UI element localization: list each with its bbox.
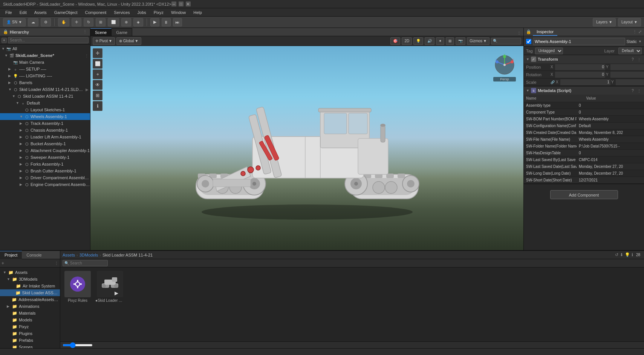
hierarchy-add-btn[interactable]: + bbox=[2, 38, 7, 43]
menu-pixyz[interactable]: Pixyz bbox=[151, 9, 167, 15]
tree-item-forks[interactable]: ▶ ⬡ Forks Assembly-1 bbox=[0, 161, 90, 168]
tree-item-layout-sketches[interactable]: ▶ ⬡ Layout Sketches-1 bbox=[0, 106, 90, 113]
tab-inspector[interactable]: Inspector bbox=[533, 28, 557, 36]
tree-plugins[interactable]: ▶ 📁 Plugins bbox=[0, 330, 60, 337]
tree-item-scene[interactable]: ▼ 🎬 SkidLoader_Scene* ⋮ bbox=[0, 52, 90, 59]
menu-file[interactable]: File bbox=[2, 9, 15, 15]
tree-assets[interactable]: ▼ 📁 Assets bbox=[0, 269, 60, 276]
comp-info-btn[interactable]: ? bbox=[630, 89, 635, 93]
position-x-input[interactable] bbox=[555, 64, 605, 70]
menu-assets[interactable]: Assets bbox=[31, 9, 50, 15]
pause-button[interactable]: ⏸ bbox=[162, 18, 171, 26]
scene-effects-btn[interactable]: ✦ bbox=[436, 37, 444, 45]
breadcrumb-3dmodels[interactable]: 3DModels bbox=[80, 253, 98, 257]
tool-scale[interactable]: ⊞ bbox=[96, 18, 106, 26]
scene-audio-btn[interactable]: 🔊 bbox=[425, 37, 434, 45]
tree-skid[interactable]: ▶ 📁 Skid Loader ASSM 11-4 bbox=[0, 289, 60, 296]
tool-custom[interactable]: ◈ bbox=[133, 18, 143, 26]
tree-air-intake[interactable]: ▶ 📁 Air Intake System bbox=[0, 283, 60, 289]
scale-y-input[interactable] bbox=[616, 79, 644, 85]
account-btn[interactable]: 👤 SN ▼ bbox=[3, 18, 26, 26]
scene-global-btn[interactable]: ⊕ Global ▼ bbox=[116, 37, 141, 45]
tool-grid[interactable]: ⊞ bbox=[93, 91, 102, 100]
thumbnail-size-slider[interactable] bbox=[63, 344, 93, 346]
tree-addressables[interactable]: ▶ 📁 AddressableAssetsData bbox=[0, 296, 60, 303]
play-button[interactable]: ▶ bbox=[150, 18, 159, 26]
tool-lasso[interactable]: ⌖ bbox=[93, 69, 102, 79]
tree-3dmodels[interactable]: ▼ 📁 3DModels bbox=[0, 276, 60, 283]
inspector-lock-icon[interactable]: 🔒 bbox=[526, 29, 531, 34]
tree-item-default[interactable]: ▼ ⬦ Default bbox=[0, 100, 90, 106]
tree-item-brush-cutter[interactable]: ▶ ⬡ Brush Cutter Assembly-1 bbox=[0, 168, 90, 174]
add-component-button[interactable]: Add Component bbox=[550, 190, 618, 199]
layout-dropdown[interactable]: Layout ▼ bbox=[618, 18, 641, 26]
scene-visibility-btn[interactable]: ⊞ bbox=[446, 37, 454, 45]
position-y-input[interactable] bbox=[610, 64, 644, 70]
comp-menu-btn[interactable]: ⋮ bbox=[636, 57, 642, 61]
tab-game[interactable]: Game bbox=[112, 28, 132, 36]
comp-menu-btn[interactable]: ⋮ bbox=[636, 89, 642, 93]
object-active-checkbox[interactable] bbox=[526, 39, 531, 44]
tree-scenes[interactable]: ▶ 📁 Scenes bbox=[0, 344, 60, 348]
add-folder-btn[interactable]: + bbox=[2, 261, 4, 266]
tab-scene[interactable]: Scene bbox=[90, 28, 112, 36]
tab-project[interactable]: Project bbox=[0, 251, 22, 259]
comp-info-btn[interactable]: ? bbox=[630, 57, 635, 61]
scene-search[interactable] bbox=[491, 38, 521, 45]
tree-item-skid[interactable]: ▼ ⬡ Skid Loader ASSM 11-4-21 bbox=[0, 93, 90, 100]
tool-cursor[interactable]: ✛ bbox=[93, 48, 102, 58]
hierarchy-menu-btn[interactable]: ⋮ bbox=[83, 29, 87, 34]
rotation-x-input[interactable] bbox=[555, 72, 605, 78]
tree-item-loader-lift[interactable]: ▶ ⬡ Loader Lift Arm Assembly-1 bbox=[0, 134, 90, 140]
menu-edit[interactable]: Edit bbox=[17, 9, 30, 15]
asset-import-btn[interactable]: ⬇ bbox=[620, 252, 623, 257]
scene-gizmo-btn[interactable]: Gizmos ▼ bbox=[467, 37, 490, 45]
maximize-button[interactable]: □ bbox=[179, 2, 184, 6]
menu-gameobject[interactable]: GameObject bbox=[51, 9, 81, 15]
tree-item-lighting[interactable]: ▶ 💡 ---- LIGHTING ---- bbox=[0, 72, 90, 79]
asset-item-skid-loader[interactable]: ●Skid Loader ASSM... bbox=[95, 270, 125, 304]
tree-item-maincamera[interactable]: ▶ 📷 Main Camera bbox=[0, 59, 90, 66]
tree-more-btn[interactable]: ⋮ bbox=[85, 54, 90, 58]
tree-item-barrels[interactable]: ▶ ⬡ Barrels bbox=[0, 79, 90, 86]
close-button[interactable]: ✕ bbox=[186, 2, 191, 6]
minimize-button[interactable]: ─ bbox=[171, 2, 176, 6]
layers-dropdown[interactable]: Layers ▼ bbox=[593, 18, 616, 26]
tool-combined[interactable]: ⊕ bbox=[121, 18, 131, 26]
tool-rect[interactable]: ⬜ bbox=[108, 18, 119, 26]
tree-more-btn[interactable]: ▶ bbox=[86, 88, 90, 92]
scale-x-input[interactable] bbox=[560, 79, 610, 85]
tree-item-all[interactable]: ▼ 📷 All bbox=[0, 45, 90, 52]
tree-models[interactable]: ▶ 📁 Models bbox=[0, 317, 60, 323]
scene-3d-view[interactable]: ✛ ⬜ ⌖ 👁 ⊞ ℹ X Y bbox=[90, 46, 523, 250]
tree-item-skid-parent[interactable]: ▼ ⬡ Skid Loader ASSM 11-4-21.SLDASM ▶ bbox=[0, 86, 90, 93]
tree-item-setup[interactable]: ▶ ⬦ ---- SETUP ---- bbox=[0, 66, 90, 72]
menu-window[interactable]: Window bbox=[168, 9, 189, 15]
object-name-input[interactable] bbox=[533, 38, 625, 45]
layer-dropdown[interactable]: Default bbox=[618, 48, 642, 54]
asset-light-btn[interactable]: 💡 bbox=[625, 252, 630, 257]
tree-item-attachment[interactable]: ▶ ⬡ Attachment Coupler Assembly-1 bbox=[0, 147, 90, 154]
asset-search-input[interactable] bbox=[63, 260, 108, 266]
scene-camera-btn[interactable]: 📷 bbox=[456, 37, 465, 45]
tag-dropdown[interactable]: Untagged bbox=[535, 48, 563, 54]
breadcrumb-assets[interactable]: Assets bbox=[63, 253, 75, 257]
scene-2d-btn[interactable]: 2D bbox=[402, 37, 412, 45]
static-dropdown-btn[interactable]: ▼ bbox=[638, 40, 642, 43]
settings-btn[interactable]: ⚙ bbox=[41, 18, 51, 26]
project-menu-btn[interactable]: ⋮ bbox=[55, 261, 58, 265]
inspector-expand-btn[interactable]: ⤢ bbox=[638, 29, 642, 34]
tree-item-driver[interactable]: ▶ ⬡ Driver Compartment Assembly-1 bbox=[0, 174, 90, 181]
menu-help[interactable]: Help bbox=[190, 9, 205, 15]
transform-header[interactable]: ▼ ⤢ Transform ? ⋮ bbox=[524, 55, 644, 63]
tree-item-wheels-assembly[interactable]: ▼ ⬡ Wheels Assembly-1 bbox=[0, 113, 90, 120]
tree-item-track[interactable]: ▶ ⬡ Track Assembly-1 bbox=[0, 120, 90, 127]
cloud-btn[interactable]: ☁ bbox=[28, 18, 38, 26]
scene-persp-btn[interactable]: 🎯 bbox=[390, 37, 400, 45]
tree-item-sweeper[interactable]: ▶ ⬡ Sweeper Assembly-1 bbox=[0, 154, 90, 161]
menu-jobs[interactable]: Jobs bbox=[135, 9, 149, 15]
tree-materials[interactable]: ▶ 📁 Materials bbox=[0, 310, 60, 317]
tree-item-engine[interactable]: ▶ ⬡ Engine Compartment Assembly-2 bbox=[0, 181, 90, 188]
tool-view[interactable]: 👁 bbox=[93, 80, 102, 90]
menu-component[interactable]: Component bbox=[82, 9, 109, 15]
